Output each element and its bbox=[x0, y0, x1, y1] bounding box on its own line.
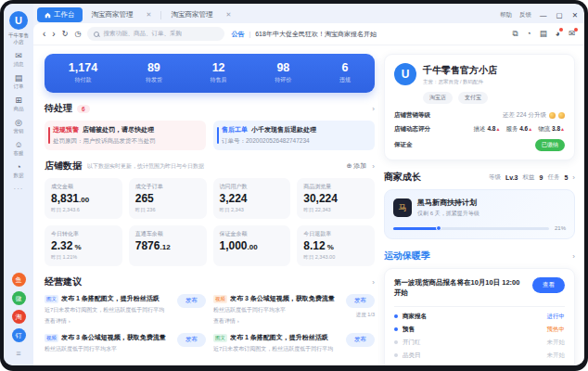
sidebar-item-messages[interactable]: ✉ 消息 bbox=[14, 52, 24, 68]
wechat-app-icon[interactable]: 微 bbox=[12, 291, 26, 305]
announcement-divider: | bbox=[249, 31, 250, 37]
stat-pending-shipment[interactable]: 89 待发货 bbox=[146, 62, 162, 84]
stat-pending-aftersale[interactable]: 12 待售后 bbox=[211, 62, 227, 84]
publish-button[interactable]: 发布 bbox=[177, 333, 206, 347]
weitao-app-icon[interactable]: 淘 bbox=[12, 310, 26, 324]
timeline-row-carnival[interactable]: 狂欢日预热 未开始 bbox=[394, 365, 565, 366]
page-icon[interactable]: ▤ bbox=[540, 30, 547, 38]
xianyu-app-icon[interactable]: 鱼 bbox=[12, 273, 26, 287]
publish-button[interactable]: 发布 bbox=[177, 294, 206, 308]
close-button[interactable]: ✕ bbox=[571, 11, 579, 19]
tab-merchant-admin-2[interactable]: 淘宝商家管理 ✕ bbox=[163, 7, 238, 22]
metric-conversion[interactable]: 今日转化率 2.32 % 昨日 1.21% bbox=[45, 225, 122, 266]
promo-card-title: 第一波现货商品报名将在10月10日 12:00开始 bbox=[394, 277, 525, 299]
sidebar-item-orders[interactable]: ▤ 订单 bbox=[14, 74, 24, 90]
shop-name: 千牛零售官方小店 bbox=[423, 64, 497, 77]
sidebar-item-data[interactable]: ◔ 数据 bbox=[14, 163, 24, 179]
suggestion-card[interactable]: 视频发布 3 条公域短视频，获取免费流量 粉丝活跃度低于同行平均水平 发布 bbox=[45, 333, 206, 353]
announcement-text: 618年中大促全民狂欢！淘宝商家报名开始 bbox=[255, 30, 377, 39]
content-type-badge: 视频 bbox=[45, 334, 58, 342]
metric-pageviews[interactable]: 商品浏览量 30,224 昨日 22,343 bbox=[297, 178, 375, 219]
metric-label: 成交子订单 bbox=[135, 183, 200, 191]
todo-section-header: 待处理 6 › bbox=[45, 102, 375, 115]
tasks-key: 任务 bbox=[547, 173, 559, 182]
timeline-row-signup[interactable]: 商家报名 进行中 bbox=[394, 313, 565, 321]
dingtalk-app-icon[interactable]: 钉 bbox=[12, 328, 26, 342]
stat-violations[interactable]: 6 违规 bbox=[339, 62, 351, 84]
qianniu-logo[interactable]: U bbox=[9, 11, 28, 30]
add-metric-button[interactable]: ⊕ 添加 bbox=[347, 161, 367, 171]
sidebar-item-service[interactable]: ☺ 客服 bbox=[14, 141, 24, 157]
clock-icon[interactable]: ◔ bbox=[527, 30, 531, 38]
hamburger-menu-icon[interactable]: ≡ bbox=[16, 347, 20, 362]
sidebar-item-marketing[interactable]: ◎ 营销 bbox=[14, 119, 24, 134]
minimize-button[interactable]: — bbox=[539, 11, 548, 19]
metric-refund-rate[interactable]: 今日退款率 8.12 % 昨日 2,343.00 bbox=[297, 225, 375, 266]
metric-orders[interactable]: 成交子订单 265 昨日 236 bbox=[129, 178, 207, 219]
sidebar: U 千牛零售小店 ✉ 消息 ▤ 订单 ⊞ 商品 ◎ 营销 ☺ 客服 bbox=[4, 4, 33, 365]
timeline-row-category-day[interactable]: 品类日 未开始 bbox=[394, 352, 565, 360]
alert-desc: 订单号：2020020526482747234 bbox=[222, 137, 368, 146]
suggestion-card[interactable]: 视频发布 3 条公域短视频，获取免费流量 粉丝活跃度低于同行平均水平 查看详情 … bbox=[213, 294, 375, 326]
app-window: U 千牛零售小店 ✉ 消息 ▤ 订单 ⊞ 商品 ◎ 营销 ☺ 客服 bbox=[0, 0, 588, 371]
notification-bell-icon[interactable]: ◕ bbox=[556, 30, 560, 38]
close-tab-icon[interactable]: ✕ bbox=[225, 11, 231, 19]
metric-gmv[interactable]: 成交金额 8,831.00 昨日 2,343.6 bbox=[45, 178, 122, 219]
growth-title: 商家成长 bbox=[384, 171, 421, 184]
aftersale-alert-card[interactable]: 售后工单小千发现售后退款处理 订单号：2020020526482747234 bbox=[213, 121, 375, 150]
sidebar-item-products[interactable]: ⊞ 商品 bbox=[14, 96, 24, 112]
product-icon: ⊞ bbox=[15, 96, 22, 105]
feedback-link[interactable]: 反馈 bbox=[519, 11, 531, 19]
close-tab-icon[interactable]: ✕ bbox=[147, 11, 152, 19]
publish-button[interactable]: 发布 bbox=[346, 294, 375, 308]
stat-pending-payment[interactable]: 1,174 待付款 bbox=[69, 62, 97, 84]
suggestion-title: 发布 1 条搭配图文，提升粉丝活跃 bbox=[61, 294, 160, 303]
tab-merchant-admin-1[interactable]: 淘宝商家管理 ✕ bbox=[84, 7, 160, 22]
marketing-level-row[interactable]: 店铺营销等级 还差 224 分升级 bbox=[394, 111, 565, 120]
publish-button[interactable]: 发布 bbox=[346, 333, 375, 347]
marketing-icon: ◎ bbox=[15, 119, 22, 127]
forward-button[interactable]: › bbox=[52, 30, 55, 39]
timeline-name: 开门红 bbox=[403, 339, 421, 347]
chevron-right-icon[interactable]: › bbox=[572, 252, 575, 261]
alipay-badge[interactable]: 支付宝 bbox=[458, 92, 488, 104]
view-detail-link[interactable]: 查看详情 › bbox=[213, 317, 340, 326]
maximize-button[interactable]: ▢ bbox=[556, 11, 564, 19]
view-button[interactable]: 查看 bbox=[532, 277, 565, 293]
tab-workbench[interactable]: 工作台 bbox=[37, 7, 83, 22]
tab-bar: 工作台 淘宝商家管理 ✕ 淘宝商家管理 ✕ 帮助 反馈 — ▢ ✕ bbox=[33, 4, 584, 23]
suggestion-card[interactable]: 图文发布 1 条搭配图文，提升粉丝活跃 近7日未发布订阅图文，粉丝活跃度低于同行… bbox=[213, 333, 375, 353]
sidebar-item-label: 营销 bbox=[14, 128, 24, 134]
shop-type-badge[interactable]: 淘宝店 bbox=[423, 92, 453, 104]
metric-sub: 昨日 2,343.6 bbox=[51, 207, 116, 213]
back-button[interactable]: ‹ bbox=[43, 30, 45, 39]
growth-program-card[interactable]: 马 黑马新商扶持计划 仅剩 6 天，抓紧提升等级 21% bbox=[384, 189, 575, 239]
timeline-row-opening[interactable]: 开门红 未开始 bbox=[394, 339, 565, 347]
timeline-row-presale[interactable]: 预售 预热中 bbox=[394, 326, 565, 334]
metric-visitors[interactable]: 访问用户数 3,224 昨日 2,343 bbox=[213, 178, 291, 219]
divider bbox=[394, 306, 565, 307]
metric-label: 商品浏览量 bbox=[303, 183, 368, 191]
chevron-right-icon[interactable]: › bbox=[372, 162, 375, 171]
chevron-right-icon[interactable]: › bbox=[372, 278, 375, 287]
search-input[interactable]: 搜索功能、商品、订单、采购 bbox=[87, 27, 224, 41]
dsr-row[interactable]: 店铺动态评分 描述 4.8▲ 服务 4.6▲ 物流 3.8▲ bbox=[394, 125, 565, 134]
history-button[interactable]: ◷ bbox=[74, 31, 81, 38]
suggestion-card[interactable]: 图文发布 1 条搭配图文，提升粉丝活跃 近7日未发布订阅图文，粉丝活跃度低于同行… bbox=[45, 294, 206, 326]
metric-deposit[interactable]: 保证金余额 1,000.00 bbox=[213, 225, 291, 266]
announcement-bar[interactable]: 公告 | 618年中大促全民狂欢！淘宝商家报名开始 bbox=[231, 30, 377, 39]
help-link[interactable]: 帮助 bbox=[500, 11, 512, 19]
refresh-button[interactable]: ↻ bbox=[62, 31, 69, 38]
violation-alert-card[interactable]: 违规预警店铺被处罚，请尽快处理 处罚原因：用户投诉商品发货不当处罚 bbox=[45, 121, 206, 150]
chevron-right-icon[interactable]: › bbox=[372, 105, 375, 113]
tab-label: 淘宝商家管理 bbox=[92, 10, 134, 19]
stat-pending-review[interactable]: 98 待评价 bbox=[275, 62, 291, 84]
mail-icon[interactable]: ✉ bbox=[569, 30, 575, 38]
sidebar-more-icon[interactable]: ··· bbox=[14, 185, 24, 193]
chevron-right-icon[interactable]: › bbox=[572, 173, 575, 182]
stat-label: 待评价 bbox=[275, 76, 291, 84]
plugin-icon[interactable]: ⧉ bbox=[512, 30, 518, 38]
view-detail-link[interactable]: 查看详情 › bbox=[45, 317, 172, 326]
deposit-row[interactable]: 保证金 已缴纳 bbox=[394, 139, 565, 151]
metric-ad-balance[interactable]: 直通车余额 7876.12 bbox=[129, 225, 207, 266]
